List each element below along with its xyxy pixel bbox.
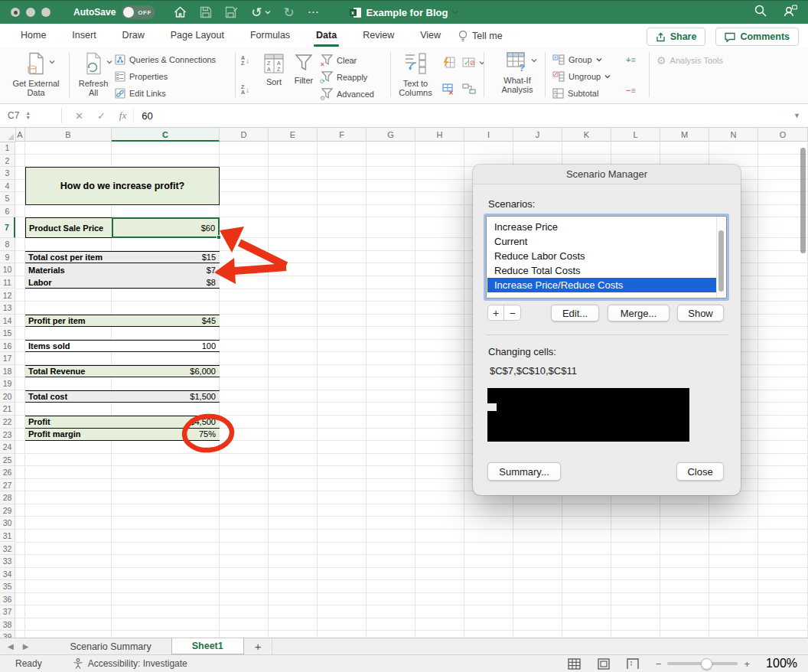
sort-button[interactable]: ZAAZ Sort [260, 54, 288, 86]
row-header-24[interactable]: 24 [0, 441, 15, 454]
column-header-c[interactable]: C [112, 128, 220, 142]
cell-row-14[interactable]: Profit per item$45 [25, 315, 220, 328]
row-header-27[interactable]: 27 [0, 479, 15, 492]
row-header-21[interactable]: 21 [0, 403, 15, 416]
row-header-31[interactable]: 31 [0, 530, 15, 543]
cell-row-9[interactable]: Total cost per item$15 [25, 251, 220, 264]
relationships-button[interactable] [462, 83, 476, 94]
title-chevron-icon[interactable] [451, 10, 458, 15]
scenario-item-current[interactable]: Current [487, 234, 716, 249]
cell-c14-value[interactable]: $45 [112, 315, 220, 327]
zoom-slider[interactable] [667, 662, 738, 665]
dialog-titlebar[interactable]: Scenario Manager [473, 165, 741, 184]
redo-button[interactable]: ↻ [284, 5, 295, 21]
cell-c11-value[interactable]: $8 [112, 276, 220, 289]
select-all-corner[interactable] [0, 128, 16, 142]
column-header-j[interactable]: J [513, 128, 562, 142]
formula-input[interactable]: 60 [142, 110, 152, 122]
column-header-f[interactable]: F [318, 128, 367, 142]
row-header-2[interactable]: 2 [0, 155, 15, 168]
flash-fill-button[interactable] [442, 57, 455, 68]
hide-detail-button[interactable]: −≡ [626, 86, 636, 95]
cell-b22-label[interactable]: Profit [25, 416, 112, 428]
page-layout-view-icon[interactable] [598, 658, 610, 670]
cell-b9-label[interactable]: Total cost per item [25, 252, 112, 263]
grid-vertical-scrollbar[interactable] [800, 148, 806, 253]
row-header-37[interactable]: 37 [0, 605, 15, 618]
row-header-18[interactable]: 18 [0, 365, 15, 378]
share-button[interactable]: Share [647, 28, 706, 46]
refresh-all-button[interactable]: Refresh All [73, 52, 113, 97]
row-header-9[interactable]: 9 [0, 251, 15, 264]
row-header-6[interactable]: 6 [0, 205, 15, 218]
row-header-32[interactable]: 32 [0, 543, 15, 556]
show-detail-button[interactable]: +≡ [626, 55, 636, 64]
row-header-36[interactable]: 36 [0, 593, 15, 606]
column-header-n[interactable]: N [709, 128, 758, 142]
sheet-next-icon[interactable]: ▶ [23, 642, 29, 651]
row-header-17[interactable]: 17 [0, 352, 15, 365]
row-header-3[interactable]: 3 [0, 167, 15, 180]
autosave-toggle[interactable]: OFF [122, 5, 155, 19]
row-header-14[interactable]: 14 [0, 315, 15, 328]
column-header-a[interactable]: A [15, 128, 25, 142]
summary-button[interactable]: Summary... [487, 462, 561, 481]
remove-scenario-button[interactable]: − [504, 305, 521, 321]
cell-b18-label[interactable]: Total Revenue [25, 366, 112, 377]
comments-button[interactable]: Comments [715, 28, 799, 46]
scenario-item-increase-price-reduce-costs[interactable]: Increase Price/Reduce Costs [487, 278, 716, 292]
column-header-o[interactable]: O [758, 128, 808, 142]
filter-button[interactable]: Filter [291, 54, 317, 85]
cell-row-10[interactable]: Materials$7 [25, 263, 220, 276]
zoom-window-button[interactable] [41, 8, 50, 17]
analysis-tools-button[interactable]: ⚙ Analysis Tools [656, 54, 723, 67]
tab-page-layout[interactable]: Page Layout [158, 25, 237, 47]
cell-row-23[interactable]: Profit margin75% [25, 429, 220, 442]
clear-filter-button[interactable]: ✕ Clear [321, 54, 357, 67]
scenario-listbox[interactable]: Increase PriceCurrentReduce Labor CostsR… [486, 216, 727, 298]
column-header-i[interactable]: I [464, 128, 513, 142]
name-box-stepper[interactable]: ▲▼ [25, 111, 31, 120]
row-header-1[interactable]: 1 [0, 142, 15, 155]
column-header-d[interactable]: D [220, 128, 269, 142]
advanced-filter-button[interactable]: ⚙ Advanced [321, 88, 374, 100]
row-header-11[interactable]: 11 [0, 276, 15, 289]
sheet-tab-scenario-summary[interactable]: Scenario Summary [50, 638, 171, 654]
save-as-icon[interactable] [225, 6, 238, 18]
row-header-30[interactable]: 30 [0, 517, 15, 530]
more-commands-icon[interactable]: ⋯ [308, 5, 320, 19]
row-header-23[interactable]: 23 [0, 429, 15, 442]
row-header-29[interactable]: 29 [0, 504, 15, 517]
add-sheet-button[interactable]: + [255, 640, 262, 653]
minimize-window-button[interactable] [26, 8, 35, 17]
what-if-analysis-button[interactable]: ? What-If Analysis [496, 52, 539, 94]
column-header-k[interactable]: K [562, 128, 611, 142]
column-header-m[interactable]: M [660, 128, 709, 142]
edit-links-button[interactable]: Edit Links [115, 88, 166, 99]
scenario-item-reduce-labor-costs[interactable]: Reduce Labor Costs [487, 249, 716, 263]
cell-b20-label[interactable]: Total cost [25, 391, 112, 403]
close-window-button[interactable] [11, 8, 20, 17]
row-header-35[interactable]: 35 [0, 580, 15, 593]
subtotal-button[interactable]: ++ Subtotal [552, 88, 598, 99]
column-header-e[interactable]: E [269, 128, 318, 142]
cell-row-18[interactable]: Total Revenue$6,000 [25, 365, 220, 378]
sort-descending-button[interactable]: ZA↓ [241, 84, 249, 95]
queries-connections-button[interactable]: Queries & Connections [115, 54, 216, 65]
column-header-b[interactable]: B [25, 128, 112, 142]
tab-tell-me[interactable]: Tell me [458, 30, 503, 42]
scenario-item-reduce-total-costs[interactable]: Reduce Total Costs [487, 263, 716, 278]
insert-function-icon[interactable]: fx [119, 109, 126, 122]
show-button[interactable]: Show [677, 305, 724, 321]
cancel-icon[interactable]: ✕ [75, 110, 83, 122]
row-header-10[interactable]: 10 [0, 263, 15, 276]
zoom-in-button[interactable]: + [744, 658, 750, 670]
row-header-19[interactable]: 19 [0, 377, 15, 390]
cell-b7-label[interactable]: Product Sale Price [26, 218, 112, 237]
row-header-39[interactable]: 39 [0, 631, 15, 638]
add-scenario-button[interactable]: + [487, 305, 504, 321]
row-header-25[interactable]: 25 [0, 454, 15, 467]
row-header-33[interactable]: 33 [0, 555, 15, 568]
merge-button[interactable]: Merge... [608, 305, 670, 321]
cell-c20-value[interactable]: $1,500 [112, 391, 220, 403]
